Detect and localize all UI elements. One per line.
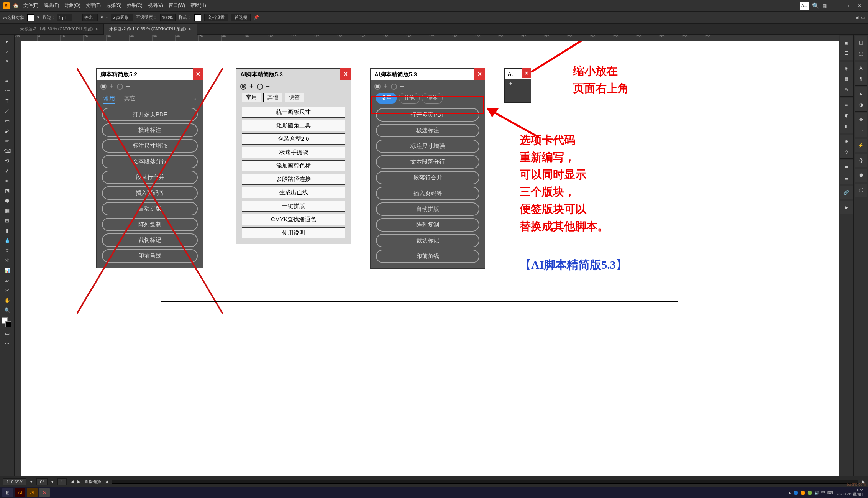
plus-icon[interactable]: + bbox=[249, 82, 254, 90]
script-button[interactable]: 极速标注 bbox=[376, 124, 479, 137]
css-icon[interactable]: {} bbox=[855, 155, 867, 165]
character-icon[interactable]: A bbox=[855, 63, 867, 73]
swatches-icon[interactable]: ▦ bbox=[840, 74, 853, 84]
color-guide-icon[interactable]: ◑ bbox=[855, 100, 867, 110]
nav-next-icon[interactable]: ▶ bbox=[77, 479, 80, 484]
opacity-input[interactable] bbox=[160, 14, 176, 21]
home-icon[interactable]: 🏠 bbox=[13, 3, 19, 8]
rotate-value[interactable]: 0° bbox=[36, 478, 48, 485]
zoom-tool[interactable]: 🔍 bbox=[0, 305, 14, 315]
menu-select[interactable]: 选择(S) bbox=[106, 2, 121, 9]
plus-icon[interactable]: + bbox=[384, 82, 388, 90]
doc-tab-1[interactable]: 未标题-2.ai @ 50 % (CMYK/CPU 预览)✕ bbox=[15, 24, 104, 35]
edit-toolbar-button[interactable]: ⋯ bbox=[0, 338, 14, 348]
stroke-icon[interactable]: ≡ bbox=[840, 100, 853, 110]
type-tool[interactable]: T bbox=[0, 96, 14, 106]
appearance-icon[interactable]: ◉ bbox=[840, 136, 853, 146]
pathfinder-icon[interactable]: ⬓ bbox=[840, 173, 853, 182]
corner-input[interactable] bbox=[111, 14, 133, 21]
gradient-tool[interactable]: ▮ bbox=[0, 225, 14, 235]
style-swatch[interactable] bbox=[194, 14, 201, 21]
menu-file[interactable]: 文件(F) bbox=[23, 2, 38, 9]
eraser-tool[interactable]: ⌫ bbox=[0, 146, 14, 156]
pin-icon[interactable]: 📌 bbox=[254, 15, 259, 20]
line-tool[interactable]: ／ bbox=[0, 106, 14, 116]
window-maximize[interactable]: □ bbox=[842, 1, 853, 10]
lasso-tool[interactable]: ⟋ bbox=[0, 66, 14, 76]
free-transform-tool[interactable]: ⬔ bbox=[0, 186, 14, 196]
symbols-icon[interactable]: ♣ bbox=[855, 89, 867, 99]
menu-view[interactable]: 视图(V) bbox=[148, 2, 163, 9]
panel-group-icon[interactable]: ▭ bbox=[861, 15, 865, 20]
play-icon[interactable]: ▶ bbox=[840, 202, 853, 212]
script-button[interactable]: 生成出血线 bbox=[242, 187, 345, 198]
panel-tab-other[interactable]: 其它 bbox=[124, 95, 136, 104]
script-button[interactable]: 自动拼版 bbox=[102, 202, 198, 215]
script-button[interactable]: 矩形圆角工具 bbox=[242, 120, 345, 131]
graphic-styles-icon[interactable]: ◇ bbox=[840, 147, 853, 157]
panel-tab-common[interactable]: 常用 bbox=[242, 93, 261, 102]
rotate-dropdown-icon[interactable]: ▾ bbox=[51, 479, 54, 484]
links-icon[interactable]: 🔗 bbox=[840, 187, 853, 197]
libraries-icon[interactable]: ◫ bbox=[855, 38, 867, 48]
color-selector[interactable] bbox=[0, 317, 14, 328]
curvature-tool[interactable]: 〰 bbox=[0, 86, 14, 96]
close-icon[interactable]: ✕ bbox=[340, 68, 351, 80]
panel-toggle-icon[interactable]: ⊞ bbox=[855, 15, 859, 20]
script-button[interactable]: 添加画稿色标 bbox=[242, 160, 345, 171]
align-icon[interactable]: ≣ bbox=[840, 162, 853, 172]
doc-setup-button[interactable]: 文档设置 bbox=[204, 14, 228, 21]
script-button[interactable]: 文本段落分行 bbox=[102, 155, 198, 168]
symbol-sprayer-tool[interactable]: ✲ bbox=[0, 255, 14, 265]
selection-tool[interactable]: ▸ bbox=[0, 36, 14, 46]
script-button[interactable]: CMYK查找潘通色 bbox=[242, 214, 345, 225]
start-button[interactable]: ⊞ bbox=[2, 488, 13, 497]
uniform-input[interactable] bbox=[82, 14, 98, 21]
separations-icon[interactable]: ⬢ bbox=[855, 170, 867, 180]
artboard-tool[interactable]: ▱ bbox=[0, 275, 14, 285]
minus-icon[interactable]: − bbox=[126, 82, 130, 90]
hand-tool[interactable]: ✋ bbox=[0, 295, 14, 305]
menu-effect[interactable]: 效果(C) bbox=[127, 2, 143, 9]
menu-edit[interactable]: 编辑(E) bbox=[44, 2, 59, 9]
zoom-dropdown-icon[interactable]: ▾ bbox=[30, 479, 33, 484]
close-icon[interactable]: ✕ bbox=[193, 68, 203, 80]
rectangle-tool[interactable]: ▭ bbox=[0, 116, 14, 126]
script-button[interactable]: 标注尺寸增强 bbox=[102, 139, 198, 153]
panel-tab-other[interactable]: 其他 bbox=[263, 93, 282, 102]
panel-tab-common[interactable]: 常用 bbox=[103, 95, 115, 104]
plus-icon[interactable]: + bbox=[110, 82, 114, 90]
artboards-icon[interactable]: ▱ bbox=[855, 125, 867, 135]
properties-icon[interactable]: ▣ bbox=[840, 38, 853, 48]
menu-help[interactable]: 帮助(H) bbox=[190, 2, 206, 9]
screen-mode-tool[interactable]: ▭ bbox=[0, 328, 14, 338]
script-button[interactable]: 统一画板尺寸 bbox=[242, 107, 345, 118]
doc-tab-2[interactable]: 未标题-2 @ 110.65 % (CMYK/CPU 预览)✕ bbox=[104, 24, 197, 35]
script-button[interactable]: 打开多页PDF bbox=[102, 108, 198, 121]
script-button[interactable]: 插入页码等 bbox=[102, 186, 198, 200]
script-button[interactable]: 裁切标记 bbox=[376, 234, 479, 247]
script-button[interactable]: 段落行合并 bbox=[102, 171, 198, 184]
script-button[interactable]: 印前角线 bbox=[102, 249, 198, 263]
stroke-input[interactable] bbox=[57, 14, 72, 21]
perspective-tool[interactable]: ▦ bbox=[0, 205, 14, 215]
link-info-icon[interactable]: ⓘ bbox=[855, 185, 867, 195]
close-icon[interactable]: ✕ bbox=[95, 27, 98, 31]
header-search-box[interactable]: A... bbox=[800, 2, 809, 10]
script-button[interactable]: 裁切标记 bbox=[102, 233, 198, 247]
direct-selection-tool[interactable]: ▹ bbox=[0, 46, 14, 56]
scale-tool[interactable]: ⤢ bbox=[0, 166, 14, 176]
radio-on-icon[interactable] bbox=[100, 84, 107, 90]
script-button[interactable]: 极速手提袋 bbox=[242, 147, 345, 158]
paintbrush-tool[interactable]: 🖌 bbox=[0, 126, 14, 136]
expand-icon[interactable]: » bbox=[193, 95, 196, 104]
arrange-icon[interactable]: ▦ bbox=[822, 3, 827, 8]
tray-icon[interactable]: 🟢 bbox=[807, 491, 812, 495]
close-icon[interactable]: ✕ bbox=[188, 27, 191, 31]
fill-swatch[interactable] bbox=[27, 14, 34, 21]
artboard[interactable]: 脚本精简版5.2 ✕ + − 常用 其它 » bbox=[21, 41, 839, 476]
window-close[interactable]: ✕ bbox=[854, 1, 865, 10]
script-button[interactable]: 段落行合并 bbox=[376, 171, 479, 184]
color-icon[interactable]: ◈ bbox=[840, 63, 853, 73]
shape-builder-tool[interactable]: ⬢ bbox=[0, 196, 14, 205]
